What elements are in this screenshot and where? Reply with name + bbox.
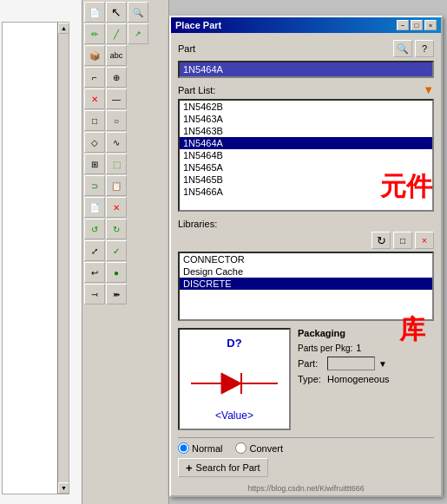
- component-preview: D? <Value>: [178, 328, 291, 430]
- tool-block-btn[interactable]: ⊞: [84, 154, 105, 174]
- tool-extra2-btn[interactable]: ⤘: [106, 284, 127, 304]
- search-for-part-btn[interactable]: + Search for Part: [178, 458, 268, 477]
- part-list-label: Part List:: [178, 85, 215, 95]
- lib-refresh-btn[interactable]: ↻: [371, 232, 391, 249]
- tool-select-btn[interactable]: 📄: [84, 2, 105, 23]
- dialog-close-btn[interactable]: ×: [424, 20, 437, 30]
- part-pkg-input[interactable]: [327, 357, 375, 370]
- tool-noconn-btn[interactable]: ✕: [84, 88, 105, 109]
- tool-zoom-btn[interactable]: 🔍: [128, 2, 148, 23]
- parts-per-pkg-value: 1: [356, 343, 361, 353]
- search-plus-icon: +: [186, 461, 193, 475]
- filter-icon: ▼: [423, 83, 434, 96]
- part-search-icon-btn[interactable]: 🔍: [393, 40, 412, 57]
- search-for-part-label: Search for Part: [196, 462, 260, 473]
- packaging-section: Packaging Parts per Pkg: 1 Part: ▼ Type:…: [298, 328, 434, 430]
- libraries-label: Libraries:: [178, 219, 217, 229]
- tool-pointer-btn[interactable]: ↖: [106, 2, 127, 23]
- preview-value-label: <Value>: [215, 409, 253, 422]
- dialog-title: Place Part: [175, 20, 221, 30]
- tool-attach-btn[interactable]: ✓: [106, 240, 127, 261]
- tool-stretch-btn[interactable]: ⤢: [84, 240, 105, 261]
- lib-item-design-cache[interactable]: Design Cache: [180, 265, 432, 278]
- scrollbar-down-btn[interactable]: ▼: [58, 482, 69, 494]
- normal-radio[interactable]: [178, 442, 189, 454]
- dialog-maximize-btn[interactable]: □: [411, 20, 423, 30]
- tool-cursor-btn[interactable]: ↗: [128, 23, 148, 44]
- part-item-1N5462B[interactable]: 1N5462B: [180, 101, 432, 113]
- lib-item-DISCRETE[interactable]: DISCRETE: [180, 278, 432, 290]
- part-input[interactable]: [178, 61, 434, 78]
- tool-copy-btn[interactable]: 📄: [84, 197, 105, 218]
- tool-ellipse-btn[interactable]: ○: [106, 110, 127, 131]
- dialog-minimize-btn[interactable]: −: [397, 20, 409, 30]
- part-item-1N5463B[interactable]: 1N5463B: [180, 125, 432, 137]
- libraries-listbox[interactable]: CONNECTOR Design Cache DISCRETE: [178, 252, 434, 321]
- drawing-canvas[interactable]: ▲ ▼: [0, 0, 82, 504]
- normal-radio-label[interactable]: Normal: [178, 442, 222, 454]
- tool-power-btn[interactable]: ⊕: [106, 67, 127, 88]
- scrollbar-up-btn[interactable]: ▲: [58, 23, 69, 34]
- tool-junction-btn[interactable]: abc: [106, 45, 127, 66]
- convert-radio[interactable]: [235, 442, 247, 454]
- part-pkg-label: Part:: [298, 358, 324, 369]
- place-part-dialog: Place Part − □ × Part 🔍 ? Part List: ▼ 1…: [169, 16, 443, 497]
- tool-extra1-btn[interactable]: ⤙: [84, 284, 105, 304]
- tool-delete-btn[interactable]: ✕: [106, 197, 127, 218]
- tool-rotate-btn[interactable]: ↺: [84, 219, 105, 239]
- tool-offpage-btn[interactable]: ⊃: [84, 175, 105, 196]
- packaging-title: Packaging: [298, 328, 434, 338]
- part-item-1N5464A[interactable]: 1N5464A: [180, 137, 432, 149]
- convert-radio-label[interactable]: Convert: [235, 442, 283, 454]
- tool-marker-btn[interactable]: ◇: [84, 132, 105, 153]
- tool-part-btn[interactable]: 📦: [84, 45, 105, 66]
- part-item-1N5466A[interactable]: 1N5466A: [180, 186, 432, 198]
- diode-symbol: [191, 366, 278, 401]
- bottom-controls: Normal Convert + Search for Part: [178, 437, 434, 477]
- lib-add-btn[interactable]: □: [393, 232, 412, 249]
- tool-titleblock-btn[interactable]: 📋: [106, 175, 127, 196]
- tool-annot-btn[interactable]: ↩: [84, 262, 105, 283]
- tool-sim-btn[interactable]: ●: [106, 262, 127, 283]
- tool-hierport-btn[interactable]: ∿: [106, 132, 127, 153]
- part-listbox[interactable]: 1N5462B 1N5463A 1N5463B 1N5464A 1N5464B …: [178, 99, 434, 212]
- tool-rect-btn[interactable]: □: [84, 110, 105, 131]
- tool-net-btn[interactable]: ⌐: [84, 67, 105, 88]
- svg-marker-1: [221, 373, 241, 394]
- lib-item-CONNECTOR[interactable]: CONNECTOR: [180, 253, 432, 265]
- part-help-icon-btn[interactable]: ?: [415, 40, 434, 57]
- tool-pin-btn[interactable]: ⬚: [106, 154, 127, 174]
- part-item-1N5463A[interactable]: 1N5463A: [180, 113, 432, 125]
- part-label: Part: [178, 43, 195, 54]
- tool-line-btn[interactable]: —: [106, 88, 127, 109]
- parts-per-pkg-label: Parts per Pkg:: [298, 344, 352, 353]
- part-item-1N5465A[interactable]: 1N5465A: [180, 161, 432, 173]
- lib-remove-btn[interactable]: ×: [415, 232, 434, 249]
- preview-ref-label: D?: [227, 337, 241, 350]
- type-label: Type:: [298, 374, 324, 384]
- tool-wire-btn[interactable]: ✏: [84, 23, 105, 44]
- type-value: Homogeneous: [327, 374, 390, 384]
- part-item-1N5464B[interactable]: 1N5464B: [180, 149, 432, 161]
- watermark: https://blog.csdn.net/Kiwifruittt666: [171, 484, 441, 493]
- tool-mirror-btn[interactable]: ↻: [106, 219, 127, 239]
- part-item-1N5465B[interactable]: 1N5465B: [180, 173, 432, 186]
- dialog-titlebar: Place Part − □ ×: [171, 17, 441, 33]
- toolbar-strip: 📄 ↖ 🔍 ✏ ╱ ↗ 📦 abc ⌐ ⊕ ✕ — □ ○ ◇ ∿ ⊞ ⬚ ⊃ …: [82, 0, 169, 504]
- tool-bus-btn[interactable]: ╱: [106, 23, 127, 44]
